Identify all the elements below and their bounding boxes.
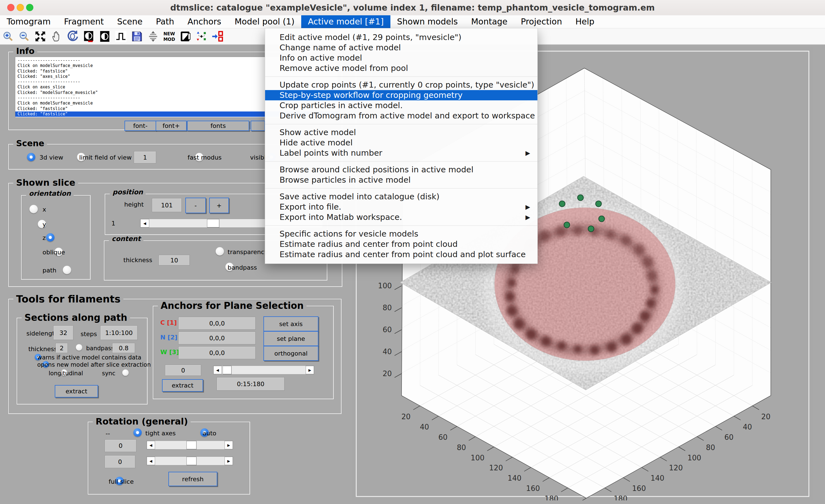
rotation-slider-2[interactable]: ◀ ▶ [146,456,233,465]
scatter-points-icon[interactable] [195,30,208,43]
orientation-radio-path[interactable] [63,266,71,274]
sections-bandpass-field[interactable]: 0.8 [112,343,135,353]
info-action-button-partial[interactable] [251,121,265,131]
zoom-out-icon[interactable] [18,30,30,43]
anchor-field-n-2[interactable]: 0,0,0 [178,332,256,345]
height-minus-button[interactable]: - [185,198,206,213]
model-point[interactable] [596,201,602,207]
menu-item-edit-active-model-1-29-points-mvesicle[interactable]: Edit active model (#1, 29 points, "mvesi… [265,32,537,43]
anchors-slider-right-arrow[interactable]: ▶ [306,366,314,374]
fonts-button[interactable]: fonts [187,121,249,131]
expand-arrows-icon[interactable] [34,30,47,43]
orientation-radio-z[interactable] [46,233,55,241]
scene-fov-field[interactable]: 1 [134,151,156,163]
menubar-item-model-pool-1[interactable]: Model pool (1) [228,15,301,28]
menu-item-update-crop-points-1-currently-0-crop-points-type-vesicle[interactable]: Update crop points (#1, currently 0 crop… [265,80,537,90]
menubar-item-shown-models[interactable]: Shown models [390,15,465,28]
height-field[interactable]: 101 [152,198,182,212]
menu-item-crop-particles-in-active-model[interactable]: Crop particles in active model. [265,100,537,111]
sync-label: sync [102,370,115,377]
menu-item-browse-particles-in-active-model[interactable]: Browse particles in active model [265,175,537,185]
rotation-field-1[interactable]: 0 [105,439,136,452]
menu-item-hide-active-model[interactable]: Hide active model [265,138,537,148]
menubar-item-tomogram[interactable]: Tomogram [0,15,57,28]
menu-item-remove-active-model-from-pool[interactable]: Remove active model from pool [265,63,537,73]
sections-thickness-field[interactable]: 2 [56,343,68,353]
menubar-item-active-model-1[interactable]: Active model [#1] [301,15,390,28]
export-model-icon[interactable] [211,30,224,43]
sidelength-field[interactable]: 32 [53,326,73,340]
menu-item-browse-around-clicked-positions-in-active-model[interactable]: Browse around clicked positions in activ… [265,164,537,175]
model-point[interactable] [564,222,570,228]
menubar-item-help[interactable]: Help [569,15,601,28]
rotation-slider-1-left-arrow[interactable]: ◀ [147,441,155,449]
position-slider-left-arrow[interactable]: ◀ [140,219,149,227]
anchors-angle-field[interactable]: 0 [165,365,201,376]
contrast-half-icon[interactable] [98,30,111,43]
sync-radio[interactable] [122,369,129,376]
menubar-item-scene[interactable]: Scene [110,15,149,28]
orthogonal-button[interactable]: orthogonal [264,346,318,361]
anchors-slider-thumb[interactable] [223,366,231,374]
scene-3d-view-radio[interactable] [27,153,35,161]
menu-item-export-into-matlab-workspace[interactable]: Export into Matlab workspace.▶ [265,212,537,222]
menubar-item-projection[interactable]: Projection [514,15,569,28]
position-slider-thumb[interactable] [207,219,219,227]
sections-bandpass-radio[interactable] [76,344,82,351]
rotation-slider-2-thumb[interactable] [186,457,197,465]
contrast-full-icon[interactable] [82,30,95,43]
height-plus-button[interactable]: + [209,198,229,213]
menubar-item-path[interactable]: Path [149,15,181,28]
menu-item-derive-dtomogram-from-active-model-and-export-to-workspace[interactable]: Derive dTomogram from active model and e… [265,111,537,121]
menu-item-change-name-of-active-model[interactable]: Change name of active model [265,43,537,53]
menubar-item-montage[interactable]: Montage [464,15,514,28]
align-center-icon[interactable] [147,30,159,43]
anchor-field-w-3[interactable]: 0,0,0 [178,346,256,359]
rotation-slider-2-left-arrow[interactable]: ◀ [147,457,155,465]
menu-item-step-by-step-workflow-for-cropping-geometry[interactable]: Step-by-step workflow for cropping geome… [265,90,537,100]
anchors-extract-button[interactable]: extract [162,379,203,392]
rotation-slider-1-right-arrow[interactable]: ▶ [225,441,233,449]
menu-item-specific-actions-for-vesicle-models[interactable]: Specific actions for vesicle models [265,229,537,239]
anchor-field-c-1[interactable]: 0,0,0 [178,317,256,330]
anchors-slider-left-arrow[interactable]: ◀ [213,366,222,374]
duplicate-figure-icon[interactable] [179,30,192,43]
menu-item-show-active-model[interactable]: Show active model [265,127,537,138]
set-plane-button[interactable]: set plane [264,331,318,346]
new-model-icon[interactable]: NEWMOD [163,30,176,43]
pan-hand-icon[interactable] [50,30,63,43]
orientation-radio-x[interactable] [29,205,38,213]
model-point[interactable] [599,216,605,222]
rotation-slider-1-thumb[interactable] [186,441,197,449]
font-plus-button[interactable]: font+ [156,121,187,131]
transparency-radio[interactable] [216,247,224,256]
anchors-range-field[interactable]: 0:15:180 [217,377,285,390]
rotation-field-2[interactable]: 0 [105,455,135,468]
zoom-in-icon[interactable] [2,30,14,43]
set-axis-button[interactable]: set axis [264,316,318,331]
thickness-field[interactable]: 10 [159,255,190,266]
steps-field[interactable]: 1:10:100 [100,326,138,340]
model-point[interactable] [578,195,584,201]
font-minus-button[interactable]: font- [125,121,156,131]
refresh-button[interactable]: refresh [168,472,217,486]
model-point[interactable] [588,226,594,232]
model-point[interactable] [559,201,565,207]
menubar-item-fragment[interactable]: Fragment [57,15,110,28]
menu-item-estimate-radius-and-center-from-point-cloud-and-plot-surface[interactable]: Estimate radius and center from point cl… [265,249,537,260]
rotate-3d-icon[interactable] [66,30,79,43]
menu-item-export-into-file[interactable]: Export into file.▶ [265,202,537,212]
menu-item-estimate-radius-and-center-from-point-cloud[interactable]: Estimate radius and center from point cl… [265,239,537,249]
rotation-slider-2-right-arrow[interactable]: ▶ [225,457,233,465]
tight-axes-radio[interactable] [133,428,142,437]
step-function-icon[interactable] [115,30,127,43]
menu-item-info-on-active-model[interactable]: Info on active model [265,53,537,63]
sections-extract-button[interactable]: extract [55,385,98,398]
menu-bar: TomogramFragmentScenePathAnchorsModel po… [0,15,825,28]
menu-item-save-active-model-into-catalogue-disk[interactable]: Save active model into catalogue (disk) [265,192,537,202]
menu-item-label-points-with-number[interactable]: Label points with number▶ [265,148,537,158]
rotation-slider-1[interactable]: ◀ ▶ [146,441,233,449]
save-icon[interactable] [131,30,143,43]
anchors-slider[interactable]: ◀ ▶ [213,366,314,374]
menubar-item-anchors[interactable]: Anchors [181,15,228,28]
